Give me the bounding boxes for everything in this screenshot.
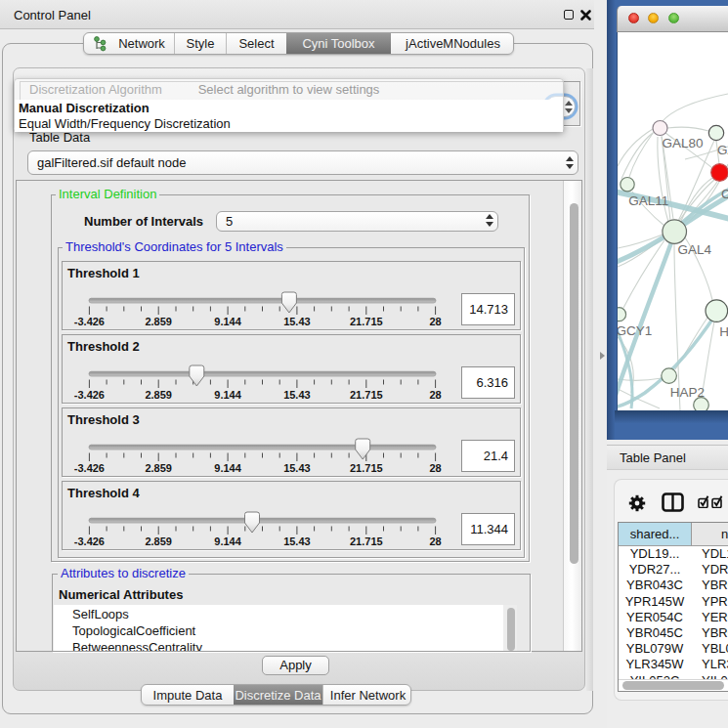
svg-text:15.43: 15.43: [283, 462, 311, 474]
svg-text:GAL4: GAL4: [678, 242, 712, 257]
svg-text:2.859: 2.859: [145, 462, 172, 474]
svg-text:GCY1: GCY1: [618, 323, 652, 338]
svg-text:21.715: 21.715: [350, 535, 383, 547]
svg-text:9.144: 9.144: [214, 535, 241, 547]
svg-text:28: 28: [429, 462, 441, 474]
svg-text:9.144: 9.144: [214, 462, 241, 474]
svg-text:-3.426: -3.426: [74, 316, 105, 327]
svg-text:15.43: 15.43: [283, 389, 311, 401]
svg-text:28: 28: [429, 389, 441, 401]
svg-text:21.715: 21.715: [350, 389, 383, 401]
svg-text:15.43: 15.43: [283, 535, 311, 547]
svg-text:21.715: 21.715: [350, 316, 383, 327]
svg-text:28: 28: [429, 316, 441, 327]
svg-text:2.859: 2.859: [145, 316, 172, 327]
svg-text:9.144: 9.144: [214, 316, 241, 327]
svg-text:GAL80: GAL80: [663, 136, 704, 150]
svg-text:GA: GA: [717, 143, 728, 157]
svg-text:9.144: 9.144: [214, 389, 241, 401]
svg-text:C: C: [721, 187, 728, 201]
svg-text:2.859: 2.859: [145, 535, 172, 547]
svg-text:HAP2: HAP2: [670, 385, 705, 400]
svg-text:-3.426: -3.426: [74, 535, 105, 547]
svg-text:28: 28: [429, 535, 441, 547]
svg-text:GAL11: GAL11: [628, 193, 668, 208]
svg-text:-3.426: -3.426: [74, 389, 105, 401]
svg-text:15.43: 15.43: [283, 316, 311, 327]
svg-text:H: H: [719, 324, 728, 339]
svg-text:-3.426: -3.426: [74, 462, 105, 474]
svg-text:2.859: 2.859: [145, 389, 172, 401]
svg-text:21.715: 21.715: [350, 462, 383, 474]
